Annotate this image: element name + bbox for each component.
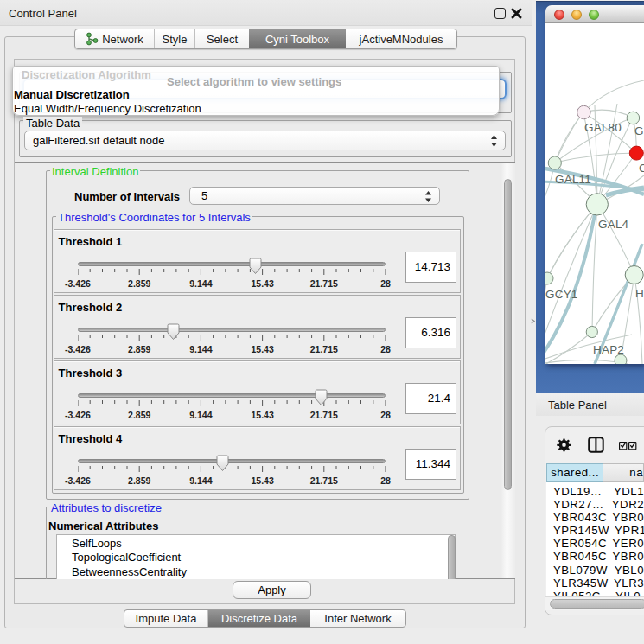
svg-text:G.: G. [634, 124, 644, 137]
svg-text:GCY1: GCY1 [545, 288, 578, 301]
svg-text:H: H [635, 287, 644, 300]
svg-text:GAL4: GAL4 [598, 218, 629, 231]
svg-text:GAL11: GAL11 [555, 173, 591, 186]
svg-text:HAP2: HAP2 [593, 343, 624, 356]
svg-text:GAL80: GAL80 [584, 121, 622, 134]
svg-text:C: C [639, 162, 644, 175]
